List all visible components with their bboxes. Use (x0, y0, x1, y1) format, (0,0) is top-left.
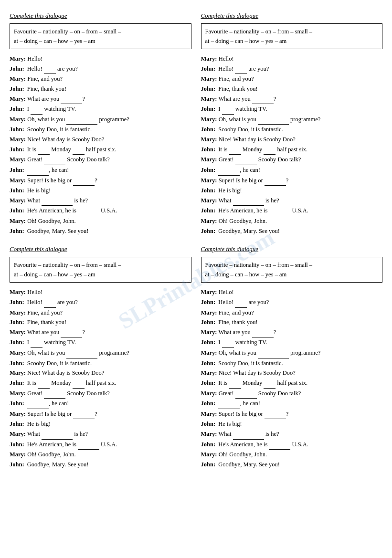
blank (218, 165, 240, 176)
blank (222, 104, 234, 115)
word-box-bottom-right: Favourite – nationality – on – from – sm… (201, 257, 383, 283)
blank (61, 94, 82, 105)
speaker: Mary: (201, 349, 217, 356)
speaker: John: (201, 360, 216, 367)
speaker: John: (10, 441, 24, 448)
speaker: John: (201, 421, 216, 427)
blank (235, 297, 247, 308)
section-top-right: Complete this dialogue Favourite – natio… (201, 10, 383, 238)
speaker: John: (10, 126, 24, 133)
word-box-top-right: Favourite – nationality – on – from – sm… (201, 23, 383, 49)
speaker: Mary: (10, 289, 26, 295)
speaker: John: (201, 339, 216, 346)
section-title-top-left: Complete this dialogue (10, 12, 191, 20)
blank (66, 115, 97, 125)
blank (222, 337, 234, 348)
speaker: John: (201, 228, 216, 234)
blank (235, 155, 257, 165)
blank (73, 378, 85, 389)
speaker: Mary: (10, 369, 26, 376)
blank (229, 145, 241, 155)
blank (44, 297, 56, 308)
blank (73, 176, 95, 186)
blank (44, 155, 65, 165)
speaker: John: (10, 167, 24, 173)
speaker: John: (201, 126, 216, 133)
blank (229, 378, 241, 389)
section-bottom-left: Complete this dialogue Favourite – natio… (10, 243, 191, 472)
blank (44, 389, 65, 399)
blank (264, 378, 275, 389)
dialogue-bottom-right: Mary: Hello! John: Hello! are you? Mary:… (201, 287, 383, 469)
speaker: Mary: (201, 369, 217, 376)
blank (78, 440, 99, 450)
blank (265, 409, 286, 420)
speaker: Mary: (10, 451, 26, 458)
speaker: Mary: (201, 218, 217, 224)
speaker: Mary: (201, 329, 217, 336)
speaker: Mary: (201, 75, 217, 82)
dialogue-top-left: Mary: Hello! John: Hello! are you? Mary:… (10, 54, 191, 236)
speaker: Mary: (201, 95, 217, 102)
blank (73, 409, 95, 420)
blank (264, 145, 275, 155)
speaker: John: (10, 85, 24, 92)
speaker: Mary: (10, 329, 26, 336)
blank (235, 389, 257, 399)
blank (31, 337, 42, 348)
blank (233, 196, 264, 206)
speaker: John: (10, 339, 24, 346)
section-title-top-right: Complete this dialogue (201, 12, 383, 20)
speaker: John: (10, 207, 24, 214)
speaker: John: (201, 207, 216, 214)
blank (38, 378, 50, 389)
section-bottom-right: Complete this dialogue Favourite – natio… (201, 243, 383, 472)
speaker: Mary: (10, 197, 26, 204)
blank (218, 399, 240, 409)
blank (78, 206, 99, 216)
speaker: John: (201, 461, 216, 468)
section-title-bottom-right: Complete this dialogue (201, 245, 383, 253)
blank (269, 206, 290, 216)
speaker: John: (201, 146, 216, 153)
blank (31, 104, 42, 115)
blank (258, 348, 289, 358)
page-layout: Complete this dialogue Favourite – natio… (10, 10, 382, 472)
speaker: John: (10, 461, 24, 468)
speaker: Mary: (10, 156, 26, 163)
blank (73, 145, 85, 155)
blank (27, 165, 49, 176)
blank (42, 196, 73, 206)
speaker: Mary: (201, 390, 217, 397)
blank (252, 94, 274, 105)
word-box-top-left: Favourite – nationality – on – from – sm… (10, 23, 191, 49)
speaker: John: (10, 299, 24, 305)
blank (38, 145, 50, 155)
speaker: Mary: (10, 177, 26, 184)
speaker: John: (10, 146, 24, 153)
dialogue-bottom-left: Mary: Hello! John: Hello! are you? Mary:… (10, 287, 191, 469)
speaker: Mary: (201, 156, 217, 163)
speaker: John: (10, 379, 24, 386)
speaker: John: (10, 65, 24, 72)
speaker: John: (201, 441, 216, 448)
blank (61, 327, 82, 338)
speaker: John: (10, 400, 24, 407)
speaker: Mary: (10, 349, 26, 356)
blank (258, 115, 289, 125)
speaker: Mary: (10, 95, 26, 102)
blank (265, 176, 286, 186)
speaker: Mary: (10, 55, 26, 62)
speaker: John: (10, 187, 24, 194)
speaker: Mary: (201, 116, 217, 123)
blank (235, 64, 247, 74)
speaker: John: (201, 319, 216, 326)
speaker: Mary: (201, 309, 217, 316)
speaker: Mary: (201, 55, 217, 62)
blank (42, 429, 73, 440)
blank (233, 429, 264, 440)
speaker: Mary: (201, 411, 217, 417)
speaker: Mary: (201, 197, 217, 204)
blank (44, 64, 56, 74)
speaker: John: (201, 167, 216, 173)
